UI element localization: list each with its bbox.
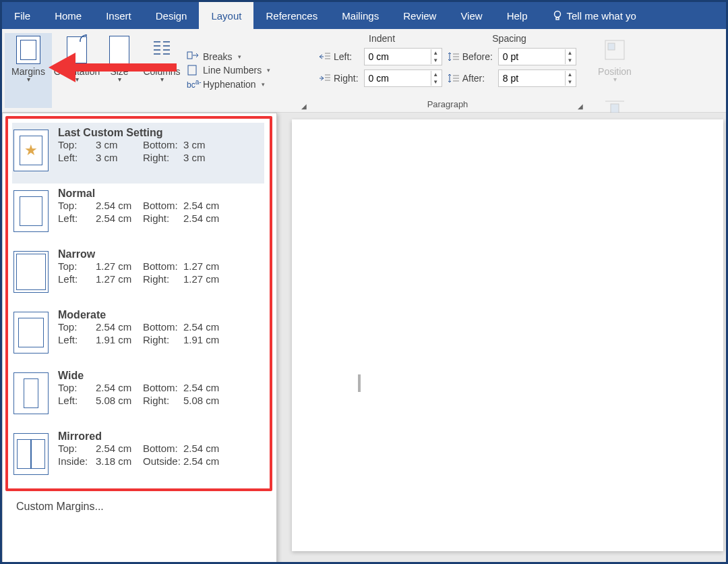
lightbulb-icon [552, 10, 563, 21]
chevron-down-icon: ▾ [27, 76, 30, 83]
margin-option-title: Mirrored [58, 430, 231, 443]
line-numbers-icon [187, 65, 199, 76]
spacing-before-input[interactable]: 0 pt▲▼ [498, 48, 576, 65]
indent-right-value: 0 cm [369, 73, 389, 84]
spinner-down[interactable]: ▼ [565, 78, 574, 86]
margin-option-normal[interactable]: NormalTop:2.54 cmBottom:2.54 cmLeft:2.54… [12, 184, 264, 244]
breaks-icon [187, 51, 199, 62]
spinner-up[interactable]: ▲ [565, 49, 574, 57]
document-page[interactable] [292, 119, 723, 551]
svg-rect-1 [556, 18, 559, 20]
margin-thumb-star-icon: ★ [13, 130, 49, 171]
ribbon-tabs: File Home Insert Design Layout Reference… [2, 2, 726, 29]
svg-rect-10 [187, 52, 192, 59]
chevron-down-icon: ▾ [262, 81, 265, 88]
indent-left-input[interactable]: 0 cm▲▼ [364, 48, 442, 65]
line-numbers-button[interactable]: Line Numbers▾ [187, 65, 270, 76]
indent-left-label: Left: [334, 51, 352, 62]
annotation-arrow [42, 40, 183, 96]
star-icon: ★ [24, 142, 38, 159]
margin-option-narrow[interactable]: NarrowTop:1.27 cmBottom:1.27 cmLeft:1.27… [12, 244, 264, 305]
paragraph-group-label: Paragraph [315, 99, 580, 109]
indent-left-icon [319, 52, 331, 61]
margin-thumb-normal-icon [13, 190, 49, 232]
margin-option-mirrored[interactable]: MirroredTop:2.54 cmBottom:2.54 cmInside:… [12, 426, 264, 487]
spacing-before-icon [448, 52, 460, 61]
spinner-down[interactable]: ▼ [431, 78, 440, 86]
tab-mailings[interactable]: Mailings [330, 2, 391, 29]
indent-right-label: Right: [334, 73, 359, 84]
annotation-highlight-box: ★Last Custom SettingTop:3 cmBottom:3 cmL… [5, 116, 272, 491]
margin-option-title: Moderate [58, 309, 231, 321]
margin-option-title: Last Custom Setting [58, 127, 231, 139]
svg-rect-25 [608, 43, 615, 50]
svg-point-0 [554, 11, 560, 18]
margin-option-title: Normal [58, 188, 231, 200]
group-paragraph: Indent Spacing Left: 0 cm▲▼ Before: 0 pt… [309, 29, 586, 112]
margin-thumb-narrow-icon [13, 251, 49, 293]
tab-design[interactable]: Design [144, 2, 200, 29]
tab-home[interactable]: Home [42, 2, 94, 29]
page-setup-launcher[interactable]: ◢ [301, 103, 307, 110]
breaks-button[interactable]: Breaks▾ [187, 51, 270, 62]
group-arrange: Position▾ Wrap Text▾ Bring Forward▾ [586, 29, 644, 112]
tab-review[interactable]: Review [391, 2, 448, 29]
margin-thumb-wide-icon [13, 372, 49, 414]
spinner-down[interactable]: ▼ [565, 57, 574, 64]
indent-right-input[interactable]: 0 cm▲▼ [364, 69, 442, 87]
hyphenation-button[interactable]: bca- Hyphenation▾ [187, 78, 270, 90]
margin-option-title: Wide [58, 370, 231, 382]
hyphenation-label: Hyphenation [203, 79, 256, 90]
tab-layout[interactable]: Layout [199, 2, 253, 29]
tab-insert[interactable]: Insert [94, 2, 144, 29]
indent-left-value: 0 cm [369, 51, 389, 62]
position-button: Position▾ [593, 33, 637, 83]
indent-right-icon [319, 74, 331, 83]
svg-rect-26 [611, 104, 619, 113]
hyphenation-icon: bca- [187, 78, 199, 90]
chevron-down-icon: ▾ [238, 53, 241, 60]
spacing-after-label: After: [462, 73, 485, 84]
chevron-down-icon: ▾ [267, 67, 270, 74]
margin-thumb-moderate-icon [13, 312, 49, 354]
tell-me-label: Tell me what yo [567, 10, 636, 22]
tab-references[interactable]: References [253, 2, 330, 29]
margins-icon [16, 36, 40, 64]
spinner-up[interactable]: ▲ [565, 71, 574, 78]
spacing-before-label: Before: [462, 51, 493, 62]
margin-option-wide[interactable]: WideTop:2.54 cmBottom:2.54 cmLeft:5.08 c… [12, 366, 264, 426]
line-numbers-label: Line Numbers [203, 65, 262, 76]
position-icon [603, 38, 627, 62]
margin-option-star[interactable]: ★Last Custom SettingTop:3 cmBottom:3 cmL… [12, 123, 264, 184]
spacing-after-input[interactable]: 8 pt▲▼ [498, 69, 576, 87]
document-area: ★Last Custom SettingTop:3 cmBottom:3 cmL… [2, 113, 726, 562]
margin-thumb-mirrored-icon [13, 433, 49, 475]
margins-dropdown: ★Last Custom SettingTop:3 cmBottom:3 cmL… [2, 113, 277, 564]
tell-me[interactable]: Tell me what yo [540, 2, 648, 29]
spacing-before-value: 0 pt [503, 51, 518, 62]
spinner-up[interactable]: ▲ [431, 71, 440, 78]
spinner-up[interactable]: ▲ [431, 49, 440, 57]
spacing-after-value: 8 pt [503, 73, 518, 84]
paragraph-launcher[interactable]: ◢ [578, 103, 583, 110]
svg-rect-11 [188, 65, 196, 75]
tab-file[interactable]: File [2, 2, 42, 29]
tab-view[interactable]: View [448, 2, 494, 29]
spacing-after-icon [448, 74, 460, 83]
margin-option-moderate[interactable]: ModerateTop:2.54 cmBottom:2.54 cmLeft:1.… [12, 305, 264, 366]
breaks-label: Breaks [203, 51, 233, 62]
text-cursor [358, 374, 361, 392]
spacing-header: Spacing [492, 33, 526, 44]
tab-help[interactable]: Help [495, 2, 540, 29]
spinner-down[interactable]: ▼ [431, 57, 440, 64]
custom-margins-item[interactable]: Custom Margins... [3, 494, 276, 519]
margin-option-title: Narrow [58, 248, 231, 260]
indent-header: Indent [369, 33, 395, 44]
